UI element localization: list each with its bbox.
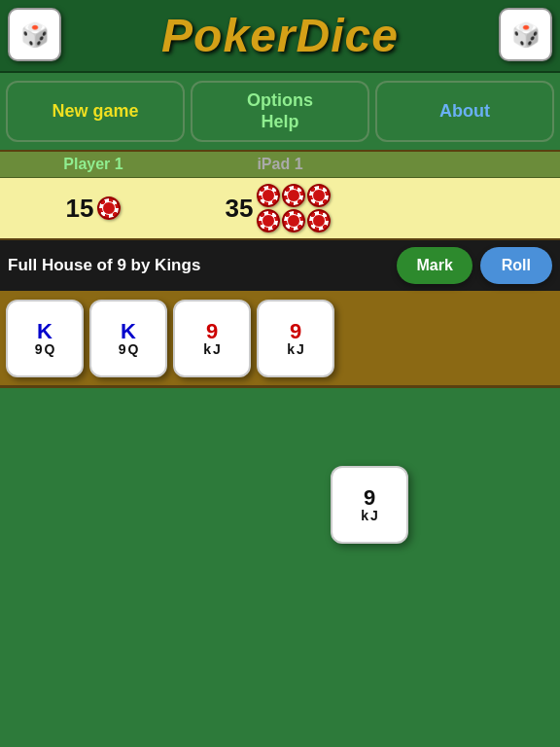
chip-i2 [282, 184, 305, 207]
single-die-bot-right: J [370, 509, 378, 522]
nav-row: New game OptionsHelp About [0, 73, 560, 150]
die1-bottom: 9 Q [35, 342, 55, 356]
app-title: PokerDice [161, 9, 399, 62]
hand-description: Full House of 9 by Kings [8, 256, 389, 275]
die2-top: K [121, 321, 136, 342]
dice-right-icon: 🎲 [499, 8, 552, 61]
empty-score-cell [373, 206, 560, 210]
options-help-button[interactable]: OptionsHelp [191, 81, 369, 142]
empty-col [373, 152, 560, 177]
tray-die-4[interactable]: 9 k J [257, 300, 334, 377]
tray-die-1[interactable]: K 9 Q [6, 300, 84, 377]
ipad1-label: iPad 1 [187, 152, 373, 177]
new-game-button[interactable]: New game [6, 81, 185, 142]
about-button[interactable]: About [375, 81, 554, 142]
game-area: 9 k J [0, 388, 560, 727]
score-body-row: 15 35 [0, 178, 560, 238]
dice-tray: K 9 Q K 9 Q 9 k J 9 k J [0, 291, 560, 388]
die3-top: 9 [206, 321, 218, 342]
player1-score: 15 [66, 194, 94, 224]
ipad1-score-cell: 35 [187, 182, 373, 234]
chip-i4 [257, 209, 280, 232]
action-row: Full House of 9 by Kings Mark Roll [0, 240, 560, 291]
floating-die[interactable]: 9 k J [331, 466, 408, 544]
score-header-row: Player 1 iPad 1 [0, 152, 560, 178]
die3-bottom: k J [203, 342, 221, 356]
chip-i5 [282, 209, 305, 232]
dice-left-icon: 🎲 [8, 8, 61, 61]
chip-p1 [97, 196, 121, 220]
die1-top: K [37, 321, 52, 342]
chip-i1 [257, 184, 280, 207]
header: 🎲 PokerDice 🎲 [0, 0, 560, 73]
die4-top: 9 [290, 321, 301, 342]
roll-button[interactable]: Roll [480, 247, 552, 284]
single-die-top: 9 [364, 487, 375, 509]
single-die-bottom: k J [361, 509, 378, 522]
die2-bottom: 9 Q [119, 342, 139, 356]
ipad1-score: 35 [226, 194, 254, 224]
player1-score-cell: 15 [0, 192, 187, 226]
tray-die-3[interactable]: 9 k J [173, 300, 251, 377]
chip-i6 [307, 209, 331, 232]
chip-i3 [307, 184, 331, 207]
score-section: Player 1 iPad 1 15 35 [0, 150, 560, 240]
player1-label: Player 1 [0, 152, 187, 177]
tray-die-2[interactable]: K 9 Q [89, 300, 167, 377]
mark-button[interactable]: Mark [397, 247, 472, 284]
single-die-bot-left: k [361, 509, 368, 522]
options-label: OptionsHelp [247, 90, 313, 132]
die4-bottom: k J [287, 342, 304, 356]
